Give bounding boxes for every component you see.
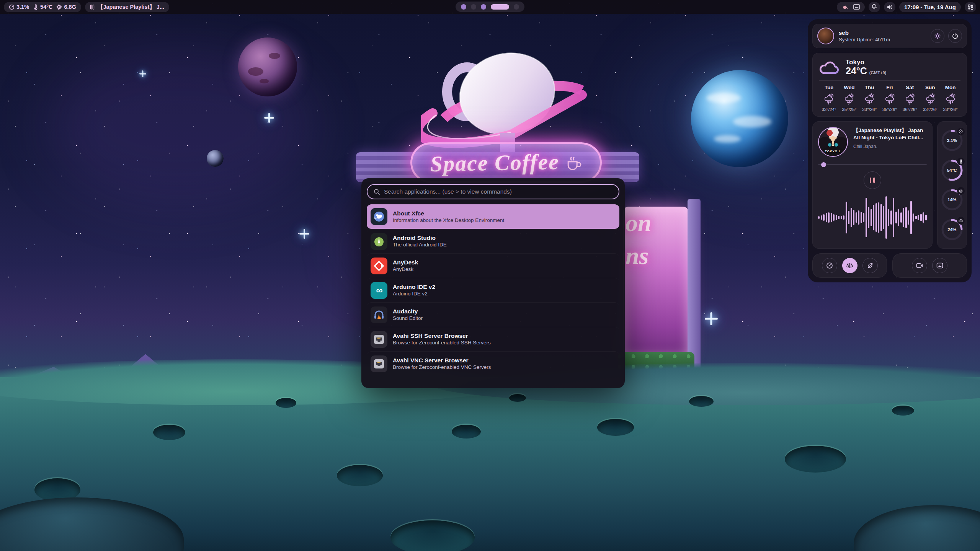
- tray-wallpaper-icon[interactable]: [853, 4, 860, 10]
- album-art: TOKYO L: [818, 127, 848, 157]
- systray-pill: [837, 2, 865, 12]
- media-player-card: TOKYO L 【Japanese Playlist】 Japan All Ni…: [812, 121, 933, 249]
- gear-icon: [934, 33, 941, 39]
- neon-sign-text: Space Coffee: [430, 149, 559, 177]
- workspace-dot-4[interactable]: [491, 4, 509, 10]
- forecast-day: Mon 33°/26°: [940, 85, 960, 112]
- earth-planet: [691, 70, 788, 167]
- app-description: Browse for Zeroconf-enabled VNC Servers: [393, 364, 491, 371]
- seek-bar[interactable]: [818, 162, 927, 167]
- forecast-icon: [904, 93, 916, 105]
- system-stats-pill[interactable]: 3.1% 54°C 6.8G: [4, 2, 81, 12]
- play-pause-button[interactable]: [864, 171, 881, 189]
- app-title: AnyDesk: [393, 259, 418, 266]
- crater: [785, 446, 846, 473]
- crater: [337, 465, 383, 486]
- progress-thumb[interactable]: [821, 162, 826, 167]
- crater: [153, 425, 185, 440]
- media-pill[interactable]: 【Japanese Playlist】 J...: [85, 2, 169, 12]
- app-title: Audacity: [393, 308, 423, 315]
- leaf-icon: [867, 262, 874, 269]
- overview-button[interactable]: [965, 2, 976, 12]
- thermometer-icon: [957, 158, 965, 165]
- anydesk-icon: [371, 258, 387, 274]
- forecast-icon: [823, 93, 835, 105]
- pause-icon: [90, 5, 95, 10]
- search-input[interactable]: [384, 188, 612, 195]
- forecast-day: Wed 35°/25°: [839, 85, 859, 112]
- crater: [689, 396, 714, 407]
- search-icon: [374, 189, 380, 195]
- power-icon: [952, 33, 959, 39]
- search-box[interactable]: [367, 184, 619, 199]
- seek-track: [818, 164, 927, 165]
- ram-gauge: 14%: [941, 188, 964, 211]
- forecast-icon: [843, 93, 855, 105]
- star-sparkle: [139, 70, 146, 77]
- profile-performance-button[interactable]: [822, 258, 837, 273]
- screenshot-button[interactable]: [932, 258, 947, 273]
- scales-icon: [846, 262, 853, 269]
- arduino-icon: ∞: [371, 282, 387, 299]
- app-description: Information about the Xfce Desktop Envir…: [393, 217, 504, 224]
- workspace-dot-3[interactable]: [481, 4, 486, 10]
- forecast-day: Fri 35°/26°: [880, 85, 900, 112]
- crater: [509, 394, 526, 402]
- app-row-anydesk[interactable]: AnyDesk AnyDesk: [367, 253, 619, 278]
- memory-stat: 6.8G: [56, 4, 76, 10]
- audacity-icon: [371, 306, 387, 323]
- forecast-icon: [945, 93, 956, 105]
- app-description: Sound Editor: [393, 315, 423, 322]
- tray-cat-icon[interactable]: [842, 4, 848, 10]
- bell-icon: [871, 4, 877, 10]
- network-port-icon: [371, 331, 387, 348]
- gauge-icon: [9, 4, 15, 10]
- shop-window: oon ans: [623, 207, 688, 357]
- crater: [597, 419, 634, 436]
- app-row-avahi-vnc[interactable]: Avahi VNC Server Browser Browse for Zero…: [367, 351, 619, 376]
- app-description: Arduino IDE v2: [393, 290, 435, 297]
- user-card: seb System Uptime: 4h11m: [812, 24, 967, 48]
- app-description: The official Android IDE: [393, 241, 447, 248]
- volume-button[interactable]: [884, 2, 895, 12]
- star-sparkle: [705, 312, 718, 325]
- weather-timezone: (GMT+9): [869, 70, 886, 75]
- workspace-dot-2[interactable]: [471, 4, 476, 10]
- workspace-dot-5[interactable]: [514, 4, 519, 10]
- system-gauges-card: 3.1% 54°C 14% 24%: [937, 121, 967, 249]
- weather-city: Tokyo: [846, 59, 886, 66]
- uptime-label: System Uptime: 4h11m: [839, 37, 890, 42]
- app-row-android-studio[interactable]: Android Studio The official Android IDE: [367, 229, 619, 253]
- app-row-about-xfce[interactable]: About Xfce Information about the Xfce De…: [367, 204, 619, 229]
- speedometer-icon: [826, 262, 833, 269]
- neon-sign: Space Coffee: [410, 142, 602, 183]
- username: seb: [839, 29, 890, 36]
- clock-label: 17:09 - Tue, 19 Aug: [904, 4, 956, 10]
- profile-balanced-button[interactable]: [842, 258, 858, 273]
- power-button[interactable]: [948, 29, 962, 43]
- clock-pill[interactable]: 17:09 - Tue, 19 Aug: [899, 2, 961, 12]
- disk-icon: [957, 217, 965, 225]
- media-title: 【Japanese Playlist】 J...: [98, 3, 164, 11]
- workspace-dot-1[interactable]: [461, 4, 466, 10]
- profile-powersave-button[interactable]: [862, 258, 878, 273]
- notifications-button[interactable]: [869, 2, 880, 12]
- app-title: Arduino IDE v2: [393, 283, 435, 290]
- chip-icon: [957, 187, 965, 195]
- screen-record-button[interactable]: [912, 258, 927, 273]
- app-description: Browse for Zeroconf-enabled SSH Servers: [393, 339, 491, 346]
- control-sidebar: seb System Uptime: 4h11m Tokyo 24°C (GMT…: [808, 19, 972, 282]
- xfce-mouse-icon: [371, 208, 387, 225]
- small-moon: [207, 150, 224, 167]
- settings-button[interactable]: [931, 29, 944, 43]
- app-row-arduino[interactable]: ∞ Arduino IDE v2 Arduino IDE v2: [367, 278, 619, 302]
- screenshot-icon: [936, 262, 943, 269]
- forecast-day: Tue 33°/24°: [819, 85, 839, 112]
- app-row-audacity[interactable]: Audacity Sound Editor: [367, 302, 619, 327]
- app-launcher: About Xfce Information about the Xfce De…: [361, 178, 625, 388]
- app-row-avahi-ssh[interactable]: Avahi SSH Server Browser Browse for Zero…: [367, 327, 619, 351]
- thermometer-icon: [33, 4, 38, 10]
- workspace-indicator: [456, 2, 524, 12]
- android-studio-icon: [371, 233, 387, 250]
- forecast-day: Sat 36°/26°: [900, 85, 920, 112]
